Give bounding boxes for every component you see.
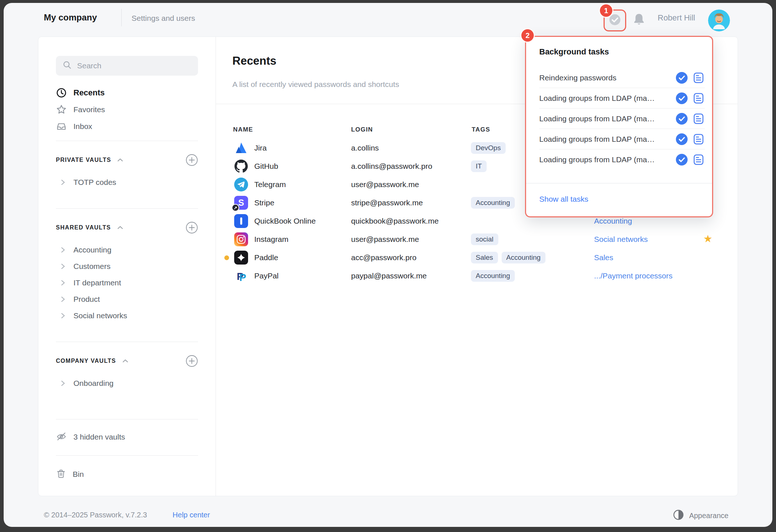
- log-icon[interactable]: [692, 133, 705, 145]
- annotation-badge-2: 2: [521, 29, 534, 42]
- chevron-up-icon[interactable]: [117, 158, 123, 162]
- task-row: Loading groups from LDAP (ma…: [539, 129, 705, 149]
- tag-accounting[interactable]: Accounting: [471, 270, 515, 282]
- row-name[interactable]: Instagram: [254, 235, 288, 244]
- notifications-button[interactable]: [631, 12, 647, 28]
- sidebar-item-inbox[interactable]: Inbox: [56, 118, 198, 135]
- chevron-up-icon[interactable]: [117, 225, 123, 230]
- shortcut-badge: ↗: [232, 204, 239, 212]
- sidebar-divider: [56, 342, 198, 342]
- avatar[interactable]: [708, 10, 730, 31]
- vault-section-private-vaults: PRIVATE VAULTSTOTP codes: [56, 155, 198, 202]
- vault-label: Product: [73, 295, 100, 304]
- sidebar-vault-social-networks[interactable]: Social networks: [56, 307, 198, 324]
- row-login[interactable]: user@passwork.me: [351, 235, 419, 244]
- row-vault-link[interactable]: .../Payment processors: [594, 271, 673, 280]
- sidebar-item-label: Favorites: [73, 105, 105, 114]
- row-login[interactable]: stripe@passwork.me: [351, 198, 423, 207]
- tag-accounting[interactable]: Accounting: [502, 252, 545, 263]
- task-label: Reindexing passwords: [539, 73, 676, 82]
- sidebar-item-recents[interactable]: Recents: [56, 84, 198, 101]
- vault-section-company-vaults: COMPANY VAULTSOnboarding: [56, 342, 198, 403]
- search-input[interactable]: [77, 61, 191, 70]
- row-name[interactable]: GitHub: [254, 162, 278, 171]
- vault-label: Customers: [73, 262, 111, 271]
- star-icon: [56, 104, 67, 115]
- chevron-up-icon[interactable]: [122, 359, 129, 363]
- sidebar-vault-product[interactable]: Product: [56, 291, 198, 307]
- appearance-icon: [673, 509, 684, 522]
- sidebar-divider: [56, 455, 198, 456]
- stripe-icon: S↗: [234, 196, 248, 210]
- row-login[interactable]: a.collins: [351, 144, 379, 152]
- row-login[interactable]: quickbook@passwork.me: [351, 217, 439, 225]
- vault-section-title[interactable]: COMPANY VAULTS: [56, 358, 116, 364]
- chevron-right-icon[interactable]: [60, 263, 65, 270]
- sidebar-item-favorites[interactable]: Favorites: [56, 101, 198, 118]
- tasks-check-icon: [608, 13, 621, 28]
- tag-it[interactable]: IT: [471, 160, 487, 172]
- row-login[interactable]: paypal@passwork.me: [351, 271, 427, 280]
- row-name[interactable]: Jira: [254, 144, 267, 152]
- task-row: Loading groups from LDAP (ma…: [539, 88, 705, 109]
- sidebar-vault-totp-codes[interactable]: TOTP codes: [56, 174, 198, 190]
- bin-button[interactable]: Bin: [56, 466, 198, 483]
- chevron-right-icon[interactable]: [60, 380, 65, 387]
- chevron-right-icon[interactable]: [60, 280, 65, 286]
- chevron-right-icon[interactable]: [60, 312, 65, 319]
- row-name[interactable]: PayPal: [254, 271, 279, 280]
- favorite-star-icon[interactable]: ★: [703, 233, 712, 245]
- sidebar-vault-accounting[interactable]: Accounting: [56, 242, 198, 258]
- log-icon[interactable]: [692, 72, 705, 84]
- sidebar-vault-customers[interactable]: Customers: [56, 258, 198, 274]
- vault-section-title[interactable]: SHARED VAULTS: [56, 224, 111, 231]
- company-name[interactable]: My company: [44, 12, 97, 23]
- hidden-vaults-button[interactable]: 3 hidden vaults: [56, 429, 198, 445]
- paypal-icon: PP: [234, 269, 248, 283]
- table-row-instagram[interactable]: Instagramuser@passwork.mesocialSocial ne…: [232, 231, 734, 249]
- tag-devops[interactable]: DevOps: [471, 142, 506, 154]
- user-name[interactable]: Robert Hill: [658, 13, 695, 23]
- chevron-right-icon[interactable]: [60, 179, 65, 186]
- row-login[interactable]: a.collins@passwork.pro: [351, 162, 432, 171]
- log-icon[interactable]: [692, 153, 705, 166]
- row-name[interactable]: Telegram: [254, 180, 286, 189]
- add-vault-button[interactable]: [186, 355, 198, 367]
- trash-icon: [56, 468, 66, 480]
- popup-title: Background tasks: [539, 47, 609, 57]
- tag-social[interactable]: social: [471, 233, 498, 245]
- table-row-paypal[interactable]: PPPayPalpaypal@passwork.meAccounting.../…: [232, 267, 734, 285]
- chevron-right-icon[interactable]: [60, 247, 65, 253]
- row-login[interactable]: user@passwork.me: [351, 180, 419, 189]
- sidebar-divider: [56, 141, 198, 141]
- row-name[interactable]: Paddle: [254, 253, 278, 262]
- row-name[interactable]: Stripe: [254, 198, 274, 207]
- row-login[interactable]: acc@passwork.pro: [351, 253, 416, 262]
- row-vault-link[interactable]: Accounting: [594, 217, 632, 225]
- sidebar-divider: [56, 208, 198, 209]
- table-row-paddle[interactable]: Paddleacc@passwork.proSalesAccountingSal…: [232, 249, 734, 267]
- appearance-toggle[interactable]: Appearance: [673, 509, 729, 522]
- settings-and-users-link[interactable]: Settings and users: [132, 14, 195, 23]
- row-name[interactable]: QuickBook Online: [254, 217, 316, 225]
- chevron-right-icon[interactable]: [60, 296, 65, 303]
- topbar: My company Settings and users Robert Hil…: [4, 3, 772, 34]
- check-circle-icon: [676, 72, 688, 84]
- show-all-tasks-link[interactable]: Show all tasks: [539, 195, 588, 204]
- tag-accounting[interactable]: Accounting: [471, 197, 515, 209]
- log-icon[interactable]: [692, 92, 705, 104]
- add-vault-button[interactable]: [186, 221, 198, 234]
- add-vault-button[interactable]: [186, 154, 198, 166]
- help-center-link[interactable]: Help center: [172, 511, 210, 519]
- sidebar-vault-onboarding[interactable]: Onboarding: [56, 375, 198, 391]
- log-icon[interactable]: [692, 113, 705, 125]
- row-tags: Accounting: [471, 197, 515, 209]
- row-vault-link[interactable]: Sales: [594, 253, 613, 262]
- tag-sales[interactable]: Sales: [471, 252, 498, 263]
- column-header-tags: TAGS: [472, 126, 490, 133]
- sidebar: RecentsFavoritesInbox PRIVATE VAULTSTOTP…: [38, 37, 216, 496]
- vault-section-title[interactable]: PRIVATE VAULTS: [56, 157, 111, 163]
- sidebar-vault-it-department[interactable]: IT department: [56, 274, 198, 291]
- row-tags: social: [471, 233, 498, 245]
- row-vault-link[interactable]: Social networks: [594, 235, 648, 244]
